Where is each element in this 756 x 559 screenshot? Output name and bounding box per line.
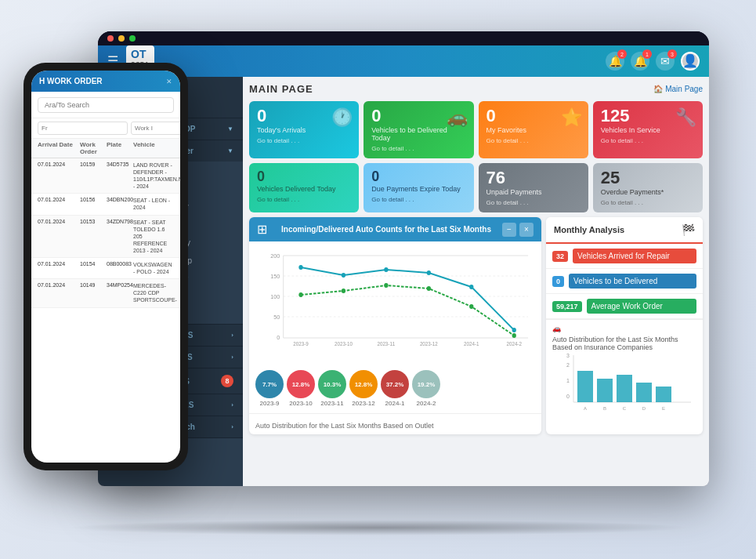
- dot-red: [107, 35, 114, 42]
- table-row[interactable]: 07.01.2024 10153 34ZDN798 SEAT - SEAT TO…: [31, 216, 180, 258]
- monthly-header: Monthly Analysis 🏁: [546, 217, 703, 244]
- svg-rect-36: [597, 379, 613, 402]
- svg-text:2023-9: 2023-9: [293, 341, 309, 347]
- svg-text:2023-11: 2023-11: [377, 341, 395, 347]
- notification-icon-2[interactable]: 🔔1: [631, 52, 649, 71]
- messages-badge: 8: [221, 375, 233, 387]
- table-row[interactable]: 07.01.2024 10159 34D5735 LAND ROVER - DE…: [31, 158, 180, 194]
- badge-3: 3: [667, 49, 677, 59]
- svg-text:2023-10: 2023-10: [335, 341, 353, 347]
- notification-icon-3[interactable]: ✉3: [656, 52, 675, 71]
- stat-payments-expire: 0 Due Payments Expire Today Go to detail…: [364, 163, 473, 212]
- chart-minimize-btn[interactable]: −: [502, 223, 516, 237]
- stat-delivered-today: 0 Vehicles Delivered Today Go to detail …: [249, 163, 359, 212]
- svg-text:2023-12: 2023-12: [420, 341, 438, 347]
- line-chart: 200 150 100 50 0 2023-9 2023-10 2023-11 …: [255, 248, 535, 350]
- page-title: MAIN PAGE: [249, 83, 313, 95]
- user-avatar[interactable]: 👤: [681, 52, 700, 71]
- chart-close-btn[interactable]: ×: [519, 223, 534, 237]
- unpaid-label: Unpaid Payments: [487, 188, 581, 196]
- arrivals-detail[interactable]: Go to detail . . .: [257, 137, 351, 144]
- pie-circle-1: 12.8%: [287, 370, 315, 398]
- pie-label-3: 2023-12: [352, 400, 374, 407]
- vehicles-deliver-detail[interactable]: Go to detail . . .: [371, 145, 465, 152]
- app-body: 👤 OSEA Tech Administrator 🚗 BODY SHOP ▼: [98, 77, 709, 486]
- mobile-header: H WORK ORDER ✕: [31, 71, 180, 92]
- badge-deliver: 0: [552, 276, 564, 287]
- mobile-close-icon[interactable]: ✕: [166, 78, 172, 85]
- vehicles-deliver-label: Vehicles to be Delivered Today: [371, 126, 465, 142]
- svg-text:1: 1: [566, 378, 570, 383]
- auto-dist-title: Auto Distribution for the Last Six Month…: [552, 336, 696, 351]
- desktop-mockup: ☰ OT OSEATECH 🔔2 🔔1 ✉3 👤: [98, 31, 709, 486]
- svg-point-27: [469, 304, 473, 309]
- svg-text:C: C: [623, 406, 627, 411]
- th-plate: Plate: [107, 141, 130, 155]
- mobile-screen: H WORK ORDER ✕ Arrival Date Work Order P…: [31, 71, 180, 463]
- svg-point-25: [384, 283, 388, 288]
- svg-text:50: 50: [273, 314, 280, 321]
- svg-rect-39: [656, 387, 671, 402]
- mobile-filter-work[interactable]: [131, 122, 180, 135]
- pie-circle-2: 10.3%: [318, 370, 346, 398]
- logo-ot: OT: [131, 48, 146, 60]
- charts-section: ⊞ Incoming/Delivered Auto Counts for the…: [249, 217, 703, 434]
- mobile-filter-date[interactable]: [38, 122, 128, 135]
- svg-point-22: [512, 328, 516, 332]
- svg-point-21: [469, 285, 473, 289]
- overdue-label: Overdue Payments*: [601, 188, 695, 196]
- monthly-item-1: 0 Vehicles to be Delivered: [546, 269, 703, 294]
- breadcrumb-link[interactable]: Main Page: [665, 85, 703, 93]
- svg-text:100: 100: [270, 293, 280, 300]
- unpaid-detail[interactable]: Go to detail . . .: [487, 199, 581, 206]
- chart-title: Incoming/Delivered Auto Counts for the L…: [281, 225, 491, 234]
- svg-rect-38: [636, 383, 652, 402]
- chart2-label: Auto Distribution for the Last Six Month…: [249, 413, 541, 434]
- unpaid-number: 76: [487, 169, 581, 187]
- notification-icon-1[interactable]: 🔔2: [606, 52, 624, 71]
- svg-text:D: D: [642, 406, 646, 411]
- svg-text:2024-1: 2024-1: [464, 341, 479, 347]
- svg-point-20: [427, 270, 431, 275]
- pie-row: 7.7% 2023-9 12.8% 2023-10: [249, 367, 541, 413]
- badge-arrived: 32: [552, 251, 568, 262]
- pie-label-2: 2023-11: [320, 400, 343, 407]
- vehicles-deliver-icon: 🚗: [447, 107, 468, 128]
- pie-label-0: 2023-9: [260, 400, 280, 407]
- monthly-item-2: 59,217 Average Work Order: [546, 294, 703, 319]
- shadow-base: [65, 520, 692, 535]
- stat-in-service: 125 Vehicles In Service 🔧 Go to detail .…: [593, 101, 703, 158]
- desktop-top-bar: [98, 31, 709, 45]
- overdue-detail[interactable]: Go to detail . . .: [601, 199, 695, 206]
- payments-expire-detail[interactable]: Go to detail . . .: [371, 196, 465, 203]
- favorites-detail[interactable]: Go to detail . . .: [487, 137, 581, 144]
- chevron-right-icon: ›: [231, 332, 233, 339]
- pie-item-5: 19.2% 2024-2: [412, 370, 440, 407]
- pie-item-2: 10.3% 2023-11: [318, 370, 346, 407]
- delivered-today-detail[interactable]: Go to detail . . .: [257, 196, 351, 203]
- breadcrumb: 🏠 Main Page: [653, 85, 703, 93]
- chevron-right-icon-4: ›: [231, 423, 233, 430]
- svg-point-26: [427, 286, 431, 291]
- in-service-detail[interactable]: Go to detail . . .: [601, 137, 695, 144]
- dot-yellow: [118, 35, 125, 42]
- svg-point-17: [298, 265, 302, 270]
- payments-expire-label: Due Payments Expire Today: [371, 185, 465, 193]
- table-row[interactable]: 07.01.2024 10149 34MP0254 MERCEDES-C220 …: [31, 279, 180, 307]
- chart-body: 200 150 100 50 0 2023-9 2023-10 2023-11 …: [249, 241, 541, 367]
- header-right: 🔔2 🔔1 ✉3 👤: [606, 52, 700, 71]
- arrivals-icon: 🕐: [331, 107, 353, 128]
- delivered-today-label: Vehicles Delivered Today: [257, 185, 351, 193]
- chart-grid-icon: ⊞: [257, 222, 267, 237]
- chevron-right-icon-2: ›: [231, 354, 233, 361]
- mobile-table-header: Arrival Date Work Order Plate Vehicle: [31, 139, 180, 158]
- th-vehicle: Vehicle: [133, 141, 174, 155]
- stats-row-2: 0 Vehicles Delivered Today Go to detail …: [249, 163, 703, 212]
- table-row[interactable]: 07.01.2024 10154 08B00083 VOLKSWAGEN - P…: [31, 258, 180, 279]
- mobile-table: Arrival Date Work Order Plate Vehicle 07…: [31, 139, 180, 463]
- mobile-search-input[interactable]: [38, 97, 174, 113]
- table-row[interactable]: 07.01.2024 10156 34DBN200 SEAT - LEON - …: [31, 194, 180, 215]
- pie-item-3: 12.8% 2023-12: [349, 370, 378, 407]
- pie-circle-4: 37.2%: [381, 370, 409, 398]
- pie-label-1: 2023-10: [289, 400, 312, 407]
